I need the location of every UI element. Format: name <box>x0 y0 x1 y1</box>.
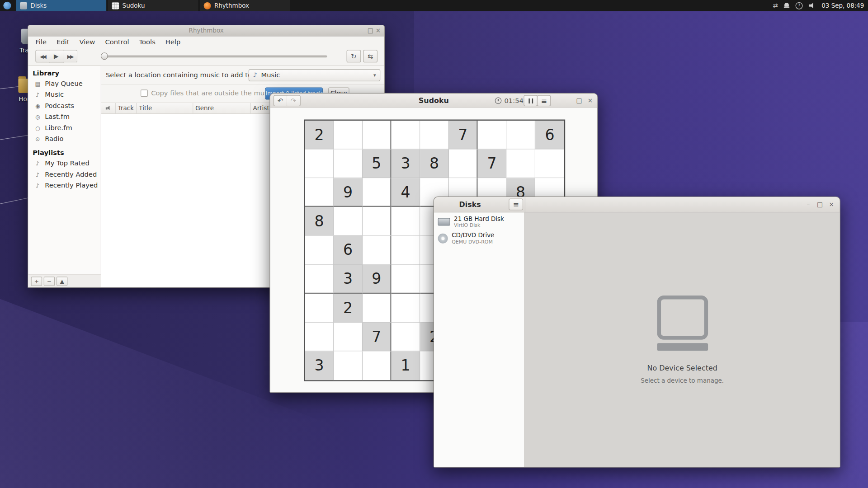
applications-menu-button[interactable] <box>0 0 14 11</box>
sudoku-cell-r9c3[interactable] <box>363 351 392 380</box>
notifications-icon[interactable] <box>784 3 789 9</box>
sudoku-cell-r4c1[interactable]: 8 <box>305 207 334 236</box>
menu-edit[interactable]: Edit <box>52 38 75 46</box>
disks-headerbar[interactable]: Disks ≡ – □ × <box>434 197 840 212</box>
maximize-button[interactable]: □ <box>367 27 374 34</box>
playing-column-header[interactable] <box>101 103 116 113</box>
panel-clock[interactable]: 03 Sep, 08:49 <box>821 2 864 9</box>
network-icon[interactable]: ⇄ <box>773 2 778 9</box>
device-21-gb-hard-disk[interactable]: 21 GB Hard DiskVirtIO Disk <box>434 214 524 230</box>
seek-slider[interactable] <box>103 55 327 57</box>
sudoku-cell-r1c7[interactable] <box>478 121 507 150</box>
repeat-button[interactable]: ↻ <box>347 50 361 62</box>
sudoku-cell-r1c4[interactable] <box>392 121 420 150</box>
sudoku-cell-r2c2[interactable] <box>334 150 363 178</box>
previous-button[interactable]: ◀◀ <box>35 50 50 62</box>
playlist-item-recently-added[interactable]: ♪Recently Added <box>28 169 100 179</box>
sudoku-cell-r7c3[interactable] <box>363 294 392 323</box>
play-button[interactable]: ▶ <box>49 50 64 62</box>
sudoku-cell-r2c6[interactable] <box>449 150 478 178</box>
remove-button[interactable]: − <box>44 277 55 286</box>
help-icon[interactable]: ? <box>796 2 803 9</box>
sudoku-cell-r5c2[interactable]: 6 <box>334 236 363 265</box>
sudoku-cell-r1c5[interactable] <box>420 121 449 150</box>
sudoku-cell-r4c2[interactable] <box>334 207 363 236</box>
sudoku-cell-r2c5[interactable]: 8 <box>420 150 449 178</box>
sidebar-item-music[interactable]: ♪Music <box>28 89 100 100</box>
sudoku-cell-r7c2[interactable]: 2 <box>334 294 363 323</box>
playlist-item-recently-played[interactable]: ♪Recently Played <box>28 180 100 191</box>
sidebar-item-play-queue[interactable]: ▤Play Queue <box>28 78 100 89</box>
sudoku-cell-r1c8[interactable] <box>506 121 535 150</box>
pause-button[interactable] <box>524 95 538 106</box>
sudoku-cell-r9c4[interactable]: 1 <box>392 351 420 380</box>
sudoku-cell-r6c1[interactable] <box>305 265 334 294</box>
sudoku-cell-r8c2[interactable] <box>334 323 363 352</box>
sudoku-cell-r8c1[interactable] <box>305 323 334 352</box>
eject-button[interactable]: ▲ <box>57 277 67 286</box>
sudoku-cell-r5c1[interactable] <box>305 236 334 265</box>
seek-slider-handle[interactable] <box>101 52 108 60</box>
volume-icon[interactable] <box>809 3 816 8</box>
sudoku-cell-r2c9[interactable] <box>535 150 564 178</box>
minimize-button[interactable]: – <box>804 201 812 208</box>
menu-file[interactable]: File <box>30 38 52 46</box>
sudoku-cell-r1c1[interactable]: 2 <box>305 121 334 150</box>
sudoku-cell-r2c7[interactable]: 7 <box>478 150 507 178</box>
taskbar-button-sudoku[interactable]: Sudoku <box>108 0 198 11</box>
sudoku-cell-r6c3[interactable]: 9 <box>363 265 392 294</box>
sudoku-cell-r7c1[interactable] <box>305 294 334 323</box>
sudoku-cell-r6c4[interactable] <box>392 265 420 294</box>
menu-view[interactable]: View <box>75 38 100 46</box>
sudoku-cell-r2c1[interactable] <box>305 150 334 178</box>
menu-button[interactable]: ≡ <box>537 95 551 106</box>
menu-control[interactable]: Control <box>100 38 134 46</box>
playlist-item-my-top-rated[interactable]: ♪My Top Rated <box>28 158 100 169</box>
rhythmbox-titlebar[interactable]: Rhythmbox – □ × <box>28 25 384 36</box>
sudoku-cell-r9c2[interactable] <box>334 351 363 380</box>
sudoku-headerbar[interactable]: ↶ ↷ Sudoku 01:54 ≡ – □ × <box>270 94 598 108</box>
maximize-button[interactable]: □ <box>575 97 583 104</box>
menu-tools[interactable]: Tools <box>134 38 160 46</box>
column-header-genre[interactable]: Genre <box>193 103 250 113</box>
sudoku-cell-r3c4[interactable]: 4 <box>392 178 420 207</box>
column-header-track[interactable]: Track <box>116 103 137 113</box>
sudoku-cell-r8c4[interactable] <box>392 323 420 352</box>
shuffle-button[interactable]: ⇆ <box>363 50 377 62</box>
sudoku-cell-r4c4[interactable] <box>392 207 420 236</box>
close-button[interactable]: × <box>828 201 835 208</box>
sudoku-cell-r3c2[interactable]: 9 <box>334 178 363 207</box>
sidebar-item-libre-fm[interactable]: ○Libre.fm <box>28 122 100 133</box>
close-button[interactable]: × <box>586 97 594 104</box>
sudoku-cell-r3c1[interactable] <box>305 178 334 207</box>
sudoku-cell-r3c3[interactable] <box>363 178 392 207</box>
sidebar-item-podcasts[interactable]: ◉Podcasts <box>28 100 100 111</box>
next-button[interactable]: ▶▶ <box>63 50 78 62</box>
column-header-title[interactable]: Title <box>137 103 193 113</box>
close-button[interactable]: × <box>374 27 382 34</box>
sudoku-cell-r9c1[interactable]: 3 <box>305 351 334 380</box>
sudoku-cell-r4c3[interactable] <box>363 207 392 236</box>
sudoku-cell-r1c6[interactable]: 7 <box>449 121 478 150</box>
sudoku-cell-r7c4[interactable] <box>392 294 420 323</box>
sidebar-item-last-fm[interactable]: ◎Last.fm <box>28 111 100 122</box>
location-dropdown[interactable]: ♪ Music ▾ <box>249 69 380 81</box>
device-cd-dvd-drive[interactable]: CD/DVD DriveQEMU DVD-ROM <box>434 230 524 247</box>
sudoku-cell-r5c3[interactable] <box>363 236 392 265</box>
sudoku-cell-r2c8[interactable] <box>506 150 535 178</box>
sudoku-cell-r8c3[interactable]: 7 <box>363 323 392 352</box>
taskbar-button-rhythmbox[interactable]: Rhythmbox <box>200 0 290 11</box>
sudoku-cell-r1c3[interactable] <box>363 121 392 150</box>
taskbar-button-disks[interactable]: Disks <box>16 0 107 11</box>
sudoku-cell-r2c3[interactable]: 5 <box>363 150 392 178</box>
sudoku-cell-r2c4[interactable]: 3 <box>392 150 420 178</box>
add-button[interactable]: + <box>31 277 42 286</box>
copy-files-checkbox[interactable] <box>141 89 148 97</box>
maximize-button[interactable]: □ <box>816 201 824 208</box>
minimize-button[interactable]: – <box>564 97 572 104</box>
sudoku-cell-r1c9[interactable]: 6 <box>535 121 564 150</box>
menu-help[interactable]: Help <box>160 38 186 46</box>
minimize-button[interactable]: – <box>359 27 366 34</box>
sudoku-cell-r5c4[interactable] <box>392 236 420 265</box>
sidebar-item-radio[interactable]: ⊙Radio <box>28 133 100 144</box>
